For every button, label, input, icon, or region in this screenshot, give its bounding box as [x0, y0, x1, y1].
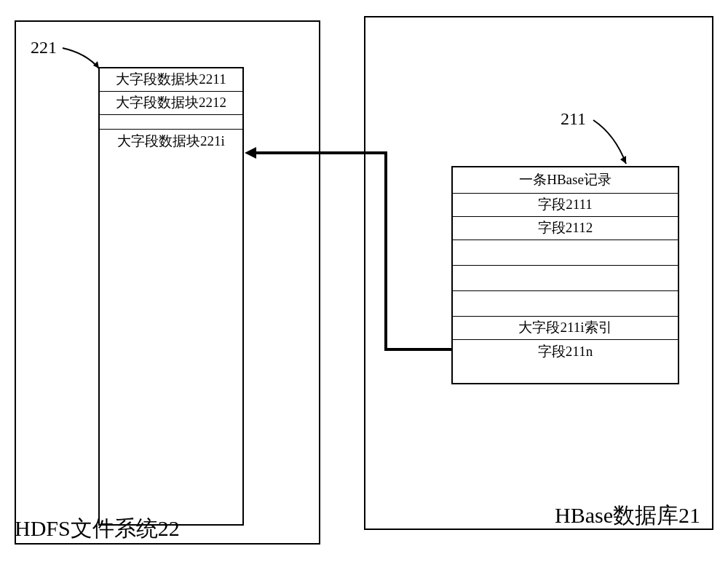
- hdfs-row-1: 大字段数据块2211: [100, 68, 242, 92]
- hbase-header: 一条HBase记录: [453, 167, 678, 194]
- hdfs-row-i: 大字段数据块221i: [100, 130, 242, 153]
- label-221: 221: [31, 38, 57, 58]
- hbase-big-field: 大字段211i索引: [453, 317, 678, 340]
- hbase-field-1: 字段2111: [453, 194, 678, 217]
- hdfs-file-box: 大字段数据块2211 大字段数据块2212 大字段数据块221i: [98, 67, 244, 526]
- hbase-db-label: HBase数据库21: [555, 501, 700, 531]
- hbase-empty-2: [453, 266, 678, 291]
- hbase-empty-1: [453, 240, 678, 266]
- hbase-field-2: 字段2112: [453, 217, 678, 240]
- label-211: 211: [561, 109, 586, 129]
- hdfs-row-2: 大字段数据块2212: [100, 92, 242, 115]
- hbase-empty-3: [453, 291, 678, 317]
- hbase-field-n: 字段211n: [453, 340, 678, 363]
- hdfs-system-label: HDFS文件系统22: [15, 514, 180, 544]
- hdfs-row-empty: [100, 115, 242, 130]
- hbase-record-box: 一条HBase记录 字段2111 字段2112 大字段211i索引 字段211n: [451, 166, 679, 384]
